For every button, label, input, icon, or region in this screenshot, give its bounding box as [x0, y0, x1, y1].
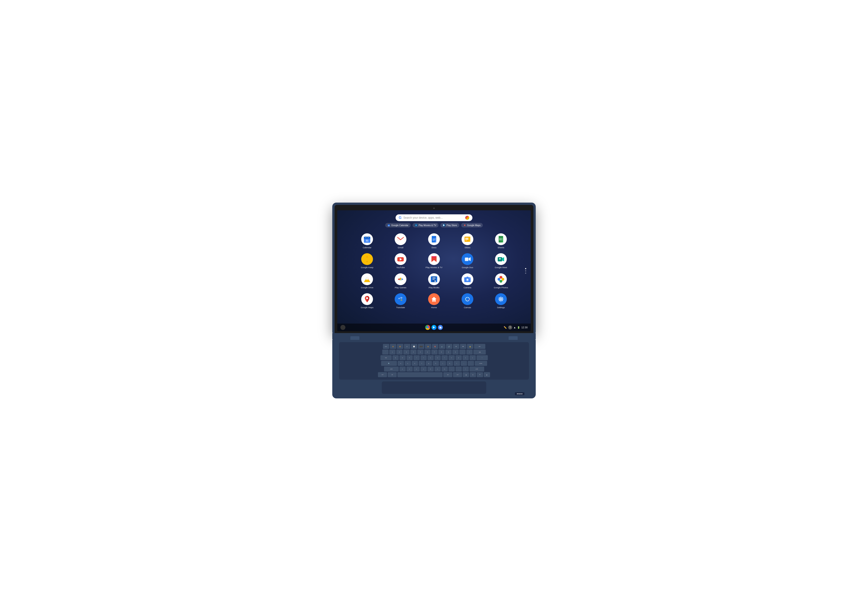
key-f4[interactable]: ⬜ — [411, 344, 417, 349]
key-0[interactable]: 0 — [452, 349, 458, 355]
key-8[interactable]: 8 — [438, 349, 445, 355]
key-t[interactable]: t — [420, 355, 427, 360]
key-lbracket[interactable]: [ — [463, 355, 469, 360]
key-5[interactable]: 5 — [417, 349, 423, 355]
key-m[interactable]: m — [442, 366, 448, 372]
assistant-icon[interactable] — [465, 216, 469, 220]
key-comma[interactable]: , — [448, 366, 455, 372]
pen-icon[interactable]: ✏️ — [504, 326, 507, 329]
app-translate[interactable]: Aあ Translate — [384, 291, 417, 310]
dot-3[interactable] — [525, 273, 526, 274]
app-canvas[interactable]: Canvas — [451, 291, 484, 310]
key-arrow-right[interactable]: ▶ — [484, 372, 490, 377]
app-gmail[interactable]: Gmail — [384, 232, 417, 250]
key-backslash[interactable]: \ — [477, 355, 488, 360]
key-h[interactable]: h — [432, 361, 439, 366]
key-9[interactable]: 9 — [445, 349, 452, 355]
quick-link-calendar[interactable]: 31 Google Calendar — [385, 223, 411, 227]
key-shift-right[interactable]: shift — [469, 366, 484, 372]
key-p[interactable]: p — [455, 355, 462, 360]
key-shift-left[interactable]: shift — [384, 366, 399, 372]
key-alt-left[interactable]: alt — [388, 372, 397, 377]
app-slides[interactable]: Slides — [451, 232, 484, 250]
help-icon[interactable]: ? — [508, 325, 512, 329]
key-f5[interactable]: ⬛⬛ — [418, 344, 424, 349]
app-youtube[interactable]: YouTube — [384, 252, 417, 270]
app-meet[interactable]: Google Meet — [485, 252, 517, 270]
key-slash[interactable]: / — [463, 366, 469, 372]
key-3[interactable]: 3 — [403, 349, 410, 355]
key-v[interactable]: v — [420, 366, 427, 372]
key-minus[interactable]: - — [459, 349, 466, 355]
key-enter[interactable]: enter — [475, 361, 487, 366]
taskbar-chrome-icon[interactable] — [425, 325, 430, 330]
key-e[interactable]: e — [407, 355, 413, 360]
app-playgames[interactable]: Play Games — [384, 272, 417, 291]
key-semicolon[interactable]: ; — [461, 361, 467, 366]
quick-link-maps[interactable]: Google Maps — [461, 223, 483, 227]
key-b[interactable]: b — [428, 366, 434, 372]
key-g[interactable]: g — [426, 361, 432, 366]
key-ctrl-right[interactable]: ctrl — [453, 372, 462, 377]
key-f11[interactable]: ⏭ — [460, 344, 466, 349]
key-1[interactable]: 1 — [389, 349, 396, 355]
key-f[interactable]: f — [419, 361, 425, 366]
quick-link-playmovies[interactable]: Play Movies & TV — [413, 223, 439, 227]
app-calendar[interactable]: 31 Calendar — [351, 232, 383, 250]
key-c[interactable]: c — [413, 366, 420, 372]
app-keep[interactable]: Google Keep — [351, 252, 383, 270]
key-r[interactable]: r — [413, 355, 420, 360]
key-j[interactable]: j — [440, 361, 446, 366]
key-period[interactable]: . — [455, 366, 462, 372]
app-duo[interactable]: Google Duo — [451, 252, 484, 270]
key-z[interactable]: z — [399, 366, 406, 372]
key-f7[interactable]: 🔇 — [432, 344, 438, 349]
app-drive[interactable]: Google Drive — [351, 272, 383, 291]
key-f1[interactable]: 🔅 — [390, 344, 396, 349]
key-6[interactable]: 6 — [424, 349, 431, 355]
key-f12[interactable]: 🔒 — [467, 344, 473, 349]
key-f6[interactable]: 🔅 — [425, 344, 431, 349]
key-d[interactable]: d — [412, 361, 418, 366]
taskbar-files-icon[interactable] — [438, 325, 443, 330]
key-f3[interactable]: ⟳ — [404, 344, 410, 349]
key-n[interactable]: n — [434, 366, 441, 372]
key-a[interactable]: a — [397, 361, 404, 366]
key-quote[interactable]: ' — [468, 361, 474, 366]
key-s[interactable]: s — [405, 361, 411, 366]
taskbar-play-icon[interactable] — [431, 325, 437, 330]
launcher-button[interactable] — [340, 325, 346, 330]
key-search[interactable]: 🔍 — [381, 361, 397, 366]
key-tab[interactable]: tab — [381, 355, 392, 360]
key-u[interactable]: u — [434, 355, 441, 360]
quick-link-playstore[interactable]: Play Store — [440, 223, 459, 227]
key-l[interactable]: l — [454, 361, 460, 366]
search-bar[interactable]: G Search your device, apps, web... — [396, 214, 472, 221]
key-k[interactable]: k — [447, 361, 453, 366]
touchpad[interactable] — [382, 381, 486, 394]
key-backtick[interactable]: ` — [382, 349, 388, 355]
key-w[interactable]: w — [399, 355, 406, 360]
key-esc[interactable]: esc — [383, 344, 389, 349]
app-playbooks[interactable]: Play Books — [418, 272, 450, 291]
app-sheets[interactable]: Sheets — [485, 232, 517, 250]
key-f2[interactable]: 🔆 — [397, 344, 403, 349]
key-alt-right[interactable]: alt — [443, 372, 452, 377]
key-f9[interactable]: 🔊 — [446, 344, 452, 349]
key-f10[interactable]: ⏯ — [453, 344, 459, 349]
key-7[interactable]: 7 — [431, 349, 438, 355]
key-x[interactable]: x — [407, 366, 413, 372]
key-4[interactable]: 4 — [410, 349, 417, 355]
app-docs[interactable]: Docs — [418, 232, 450, 250]
dot-2[interactable] — [525, 270, 526, 272]
app-home[interactable]: Home — [418, 291, 450, 310]
key-i[interactable]: i — [442, 355, 448, 360]
app-settings[interactable]: Settings — [485, 291, 517, 310]
key-arrow-down[interactable]: ▼ — [477, 372, 483, 377]
key-y[interactable]: y — [428, 355, 434, 360]
app-playmovies[interactable]: Play Movies & TV — [418, 252, 450, 270]
key-arrow-up[interactable]: ▲ — [470, 372, 476, 377]
key-o[interactable]: o — [448, 355, 455, 360]
key-2[interactable]: 2 — [396, 349, 403, 355]
key-ctrl-left[interactable]: ctrl — [378, 372, 387, 377]
